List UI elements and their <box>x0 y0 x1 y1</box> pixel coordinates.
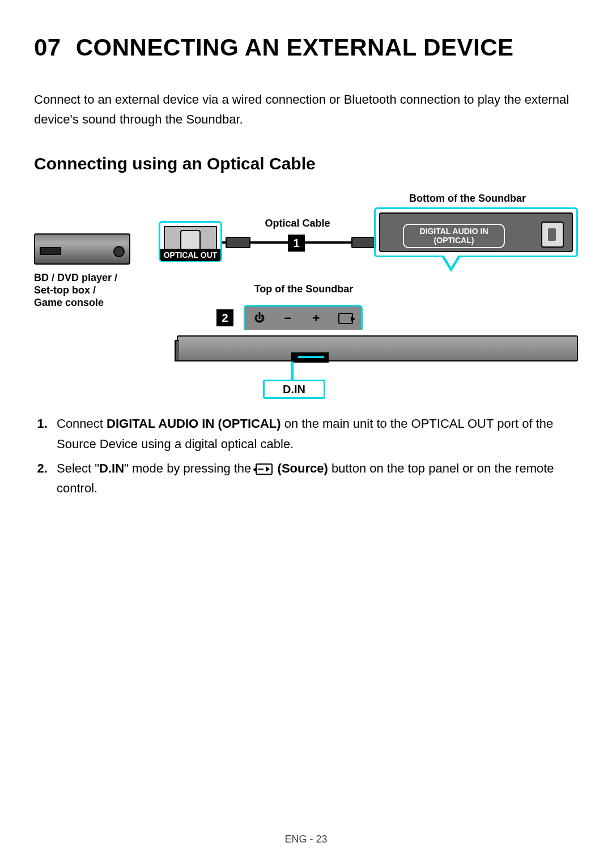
soundbar-input-panel: DIGITAL AUDIO IN (OPTICAL) <box>374 207 578 257</box>
optical-plug-left-icon <box>226 237 250 248</box>
connection-diagram: Bottom of the Soundbar BD / DVD player /… <box>34 193 578 397</box>
volume-down-icon <box>282 312 294 325</box>
source-button-icon <box>256 463 273 475</box>
chapter-title: 07CONNECTING AN EXTERNAL DEVICE <box>34 34 578 61</box>
soundbar-top-controls <box>244 305 363 330</box>
optical-out-callout: OPTICAL OUT <box>159 221 222 262</box>
optical-plug-right-icon <box>351 237 376 248</box>
instruction-step-2: Select "D.IN" mode by pressing the (Sour… <box>51 458 572 498</box>
step1-text-pre: Connect <box>57 416 107 431</box>
soundbar-display-icon <box>291 352 329 363</box>
callout-leader-inner <box>444 255 458 267</box>
soundbar-body-icon <box>177 335 578 361</box>
digital-audio-in-line2: (OPTICAL) <box>434 236 474 245</box>
section-title: Connecting using an Optical Cable <box>34 154 578 173</box>
din-leader-line <box>291 361 294 381</box>
optical-cable-label: Optical Cable <box>261 218 334 230</box>
digital-audio-in-label: DIGITAL AUDIO IN (OPTICAL) <box>403 224 505 248</box>
instruction-list: Connect DIGITAL AUDIO IN (OPTICAL) on th… <box>51 414 572 498</box>
optical-input-port-icon <box>541 222 564 248</box>
step-1-badge: 1 <box>288 235 305 252</box>
source-device-label: BD / DVD player / Set-top box / Game con… <box>34 272 136 309</box>
chapter-title-text: CONNECTING AN EXTERNAL DEVICE <box>76 34 514 61</box>
source-device-icon <box>34 233 130 265</box>
step2-text-bold1: D.IN <box>99 461 124 475</box>
step2-text-pre: Select " <box>57 461 99 475</box>
din-mode-label: D.IN <box>263 380 325 399</box>
top-of-soundbar-label: Top of the Soundbar <box>241 283 366 296</box>
chapter-number: 07 <box>34 34 61 61</box>
step1-text-bold: DIGITAL AUDIO IN (OPTICAL) <box>107 416 281 431</box>
step-2-badge: 2 <box>216 309 233 326</box>
volume-up-icon <box>310 312 322 325</box>
bottom-of-soundbar-label: Bottom of the Soundbar <box>397 193 538 205</box>
instruction-step-1: Connect DIGITAL AUDIO IN (OPTICAL) on th… <box>51 414 572 453</box>
step2-text-bold2: (Source) <box>278 461 328 475</box>
step2-text-mid: " mode by pressing the <box>124 461 254 475</box>
source-icon <box>338 313 353 324</box>
intro-paragraph: Connect to an external device via a wire… <box>34 90 578 129</box>
power-icon <box>253 312 266 325</box>
digital-audio-in-line1: DIGITAL AUDIO IN <box>419 227 488 236</box>
page-footer: ENG - 23 <box>0 833 612 845</box>
optical-out-label: OPTICAL OUT <box>160 249 220 261</box>
